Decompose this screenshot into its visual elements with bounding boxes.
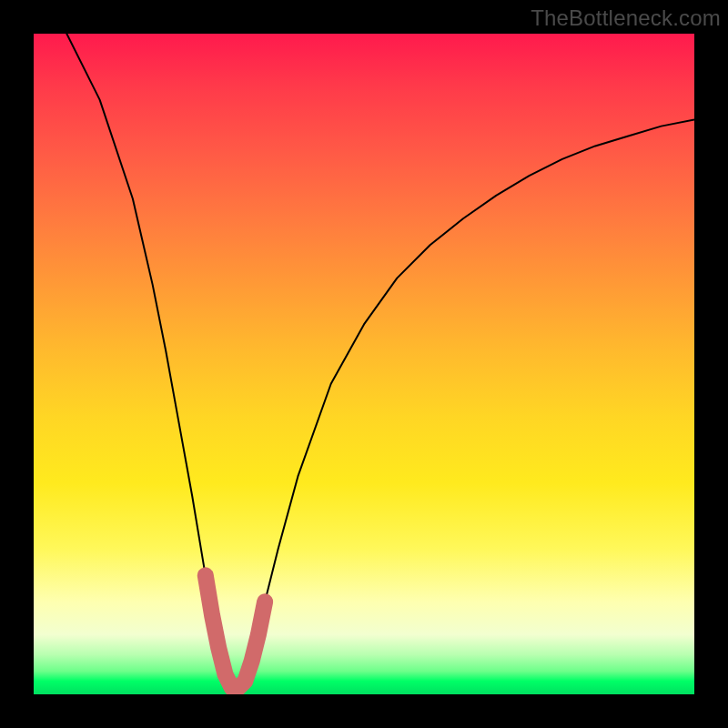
chart-frame: TheBottleneck.com xyxy=(0,0,728,728)
curve-layer xyxy=(34,34,694,694)
bottleneck-curve xyxy=(34,34,694,688)
watermark-text: TheBottleneck.com xyxy=(531,5,721,31)
accent-minimum-band xyxy=(206,575,265,687)
plot-area xyxy=(34,34,694,694)
